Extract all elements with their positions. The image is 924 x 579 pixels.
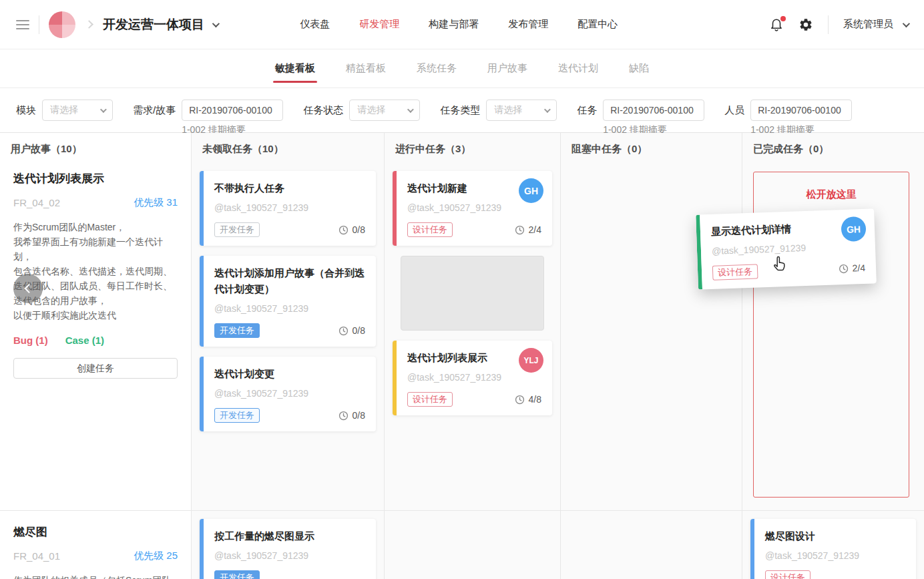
task-card[interactable]: 迭代计划列表展示 YLJ @task_190527_91239 设计任务 4/8 [393,341,552,415]
user-menu[interactable]: 系统管理员 [843,18,908,31]
carousel-prev-button[interactable] [13,274,43,303]
app-header: 开发运营一体项目 仪表盘 研发管理 构建与部署 发布管理 配置中心 [0,0,924,49]
case-badge[interactable]: Case (1) [65,335,104,346]
task-handle: @task_190527_91239 [214,202,365,213]
tab-lean-board[interactable]: 精益看板 [346,62,386,75]
module-select[interactable]: 请选择 [42,100,113,121]
menu-icon[interactable] [16,20,29,29]
drop-target-label: 松开放这里 [754,188,909,201]
person-input[interactable]: RI-20190706-00100 [750,100,852,121]
clock-icon [338,326,349,336]
task-footer: 设计任务 2/4 [712,260,866,280]
tab-system-tasks[interactable]: 系统任务 [417,62,457,75]
task-handle: @task_190527_91239 [214,550,365,561]
task-title: 不带执行人任务 [214,180,365,196]
hours-text: 4/8 [529,394,541,405]
assignee-avatar[interactable]: GH [841,216,866,242]
filter-task: 任务 RI-20190706-00100 1-002 排期摘要 [577,100,704,136]
nav-item-config-center[interactable]: 配置中心 [578,18,618,31]
task-footer: 开发任务 0/8 [214,222,365,237]
task-card[interactable]: 迭代计划新建 GH @task_190527_91239 设计任务 2/4 [393,171,552,246]
story-meta: FR_04_01 优先级 25 [13,550,178,562]
story-code: FR_04_02 [13,197,60,208]
task-type-select[interactable]: 请选择 [486,100,557,121]
tab-defects[interactable]: 缺陷 [629,62,649,75]
dragging-task-card[interactable]: 显示迭代计划详情 GH @task_190527_91239 设计任务 2/4 [696,208,877,289]
task-title: 燃尽图设计 [765,528,905,544]
story-card[interactable]: 燃尽图 FR_04_01 优先级 25 作为团队的相关成员（包括Scrum团队成 [0,511,191,579]
story-lane-1: 迭代计划列表展示 FR_04_02 优先级 31 作为Scrum团队的Maste… [0,163,191,510]
task-type-tag: 开发任务 [214,222,260,237]
story-title: 燃尽图 [13,524,178,540]
bug-badge[interactable]: Bug (1) [13,335,48,346]
notification-bell-button[interactable] [769,17,784,32]
task-type-tag: 设计任务 [712,264,758,280]
task-lane-2: 按工作量的燃尽图显示 @task_190527_91239 开发任务 [192,510,384,579]
task-card[interactable]: 按工作量的燃尽图显示 @task_190527_91239 开发任务 [200,519,376,579]
clock-icon [838,263,849,274]
hours-text: 2/4 [852,262,865,274]
chevron-down-icon [544,106,551,113]
nav-item-dev-management[interactable]: 研发管理 [359,18,399,31]
task-footer: 开发任务 0/8 [214,408,365,423]
notification-dot [780,16,786,21]
story-meta: FR_04_02 优先级 31 [13,196,178,209]
header-divider [39,15,39,34]
task-title: 按工作量的燃尽图显示 [214,528,365,544]
column-in-progress-tasks: 进行中任务（3） 迭代计划新建 GH @task_190527_91239 设计… [385,133,561,579]
select-placeholder: 请选择 [357,104,385,116]
header-divider [828,15,829,34]
assignee-avatar[interactable]: GH [519,178,543,203]
story-card[interactable]: 迭代计划列表展示 FR_04_02 优先级 31 作为Scrum团队的Maste… [0,163,191,379]
app-logo[interactable] [49,11,75,38]
story-title: 迭代计划列表展示 [13,171,178,186]
task-card[interactable]: 不带执行人任务 @task_190527_91239 开发任务 0/8 [200,171,376,246]
nav-item-release[interactable]: 发布管理 [508,18,548,31]
task-card[interactable]: 迭代计划添加用户故事（合并到迭代计划变更） @task_190527_91239… [200,256,376,347]
select-placeholder: 请选择 [50,104,78,116]
task-input[interactable]: RI-20190706-00100 [603,100,704,121]
user-name: 系统管理员 [843,18,893,31]
filter-story: 需求/故事 RI-20190706-00100 1-002 排期摘要 [133,100,283,136]
tab-user-stories[interactable]: 用户故事 [487,62,527,75]
card-list: 不带执行人任务 @task_190527_91239 开发任务 0/8 迭代计划… [192,163,384,431]
clock-icon [515,395,525,405]
task-footer: 设计任务 2/4 [407,222,541,237]
project-selector[interactable]: 开发运营一体项目 [103,16,218,33]
column-header: 阻塞中任务（0） [561,133,742,163]
card-list: 迭代计划新建 GH @task_190527_91239 设计任务 2/4 [385,163,560,415]
person-input-wrap: RI-20190706-00100 1-002 排期摘要 [750,100,852,136]
story-input[interactable]: RI-20190706-00100 [182,100,283,121]
hours-text: 0/8 [353,410,365,421]
create-task-button[interactable]: 创建任务 [13,358,178,379]
task-input-wrap: RI-20190706-00100 1-002 排期摘要 [603,100,704,136]
filter-label: 人员 [724,100,744,136]
column-done-tasks: 已完成任务（0） 松开放这里 燃尽图设计 @task_190527_91239 … [742,133,924,579]
column-blocked-tasks: 阻塞中任务（0） [561,133,742,579]
nav-item-build-deploy[interactable]: 构建与部署 [429,18,479,31]
task-hours: 2/4 [838,262,865,274]
task-card[interactable]: 迭代计划变更 @task_190527_91239 开发任务 0/8 [200,357,376,431]
clock-icon [515,225,525,235]
settings-button[interactable] [798,17,813,32]
nav-item-dashboard[interactable]: 仪表盘 [300,18,330,31]
task-type-tag: 设计任务 [407,392,453,407]
task-status-select[interactable]: 请选择 [349,100,420,121]
task-type-tag: 开发任务 [214,570,260,579]
task-handle: @task_190527_91239 [712,240,865,256]
column-unclaimed-tasks: 未领取任务（10） 不带执行人任务 @task_190527_91239 开发任… [192,133,385,579]
filter-task-type: 任务类型 请选择 [440,100,557,121]
task-hours: 0/8 [338,410,365,421]
story-description: 作为团队的相关成员（包括Scrum团队成 [13,573,178,579]
task-footer: 开发任务 0/8 [214,323,365,338]
chevron-down-icon [407,106,414,113]
task-hours: 0/8 [338,224,365,235]
task-card[interactable]: 燃尽图设计 @task_190527_91239 设计任务 [750,519,916,579]
tab-agile-board[interactable]: 敏捷看板 [275,62,315,75]
task-lane-1: 不带执行人任务 @task_190527_91239 开发任务 0/8 迭代计划… [192,163,384,510]
task-footer: 设计任务 [765,570,905,579]
hours-text: 2/4 [529,224,541,235]
assignee-avatar[interactable]: YLJ [519,348,543,373]
tab-iteration-plan[interactable]: 迭代计划 [558,62,598,75]
main-nav: 仪表盘 研发管理 构建与部署 发布管理 配置中心 [300,18,618,31]
